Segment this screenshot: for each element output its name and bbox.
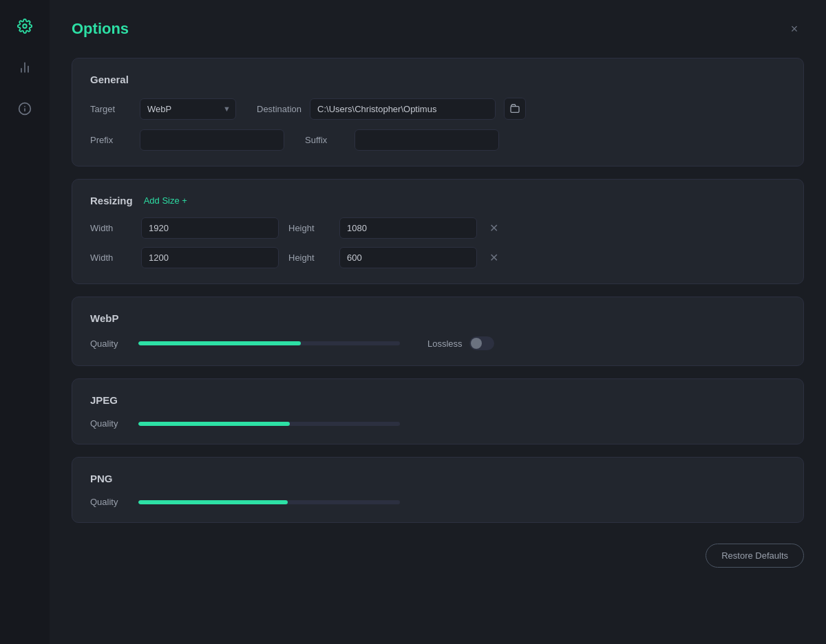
prefix-suffix-row: Prefix Suffix [90, 129, 785, 151]
general-fields: Target WebP JPEG PNG AVIF ▼ Destination [90, 98, 785, 151]
prefix-label: Prefix [90, 135, 131, 145]
folder-browse-button[interactable] [504, 98, 526, 120]
suffix-input[interactable] [354, 129, 499, 151]
sidebar [0, 0, 50, 644]
png-section: PNG Quality [72, 457, 804, 523]
general-section-title: General [90, 74, 785, 85]
add-size-button[interactable]: Add Size + [144, 195, 187, 206]
suffix-label: Suffix [305, 135, 346, 145]
resizing-header: Resizing Add Size + [90, 195, 785, 206]
target-field-group: Target WebP JPEG PNG AVIF ▼ [90, 98, 236, 120]
jpeg-quality-label: Quality [90, 418, 125, 429]
destination-input[interactable] [310, 98, 496, 120]
sidebar-chart-icon[interactable] [12, 55, 37, 80]
size-row-0: Width Height ✕ [90, 217, 785, 239]
webp-quality-label: Quality [90, 339, 125, 349]
target-dropdown-wrapper: WebP JPEG PNG AVIF ▼ [140, 98, 236, 120]
jpeg-section-title: JPEG [90, 394, 785, 406]
webp-section: WebP Quality Lossless [72, 297, 804, 366]
png-quality-slider-container [138, 500, 400, 504]
size-row-1: Width Height ✕ [90, 247, 785, 268]
width-label-0: Width [90, 223, 131, 233]
width-input-1[interactable] [141, 247, 279, 268]
main-content: Options × General Target WebP JPEG PNG A… [50, 0, 826, 644]
svg-point-0 [23, 24, 27, 28]
page-title: Options [72, 20, 129, 38]
height-input-0[interactable] [339, 217, 477, 239]
target-destination-row: Target WebP JPEG PNG AVIF ▼ Destination [90, 98, 785, 120]
png-quality-label: Quality [90, 497, 125, 507]
height-label-1: Height [288, 253, 330, 263]
header: Options × [72, 19, 804, 39]
remove-size-button-1[interactable]: ✕ [487, 251, 501, 264]
webp-lossless-knob [471, 338, 482, 349]
width-input-0[interactable] [141, 217, 279, 239]
svg-rect-7 [511, 107, 519, 113]
webp-lossless-label: Lossless [427, 339, 463, 349]
restore-defaults-button[interactable]: Restore Defaults [706, 544, 804, 568]
sidebar-info-icon[interactable] [12, 96, 37, 121]
target-select[interactable]: WebP JPEG PNG AVIF [140, 98, 236, 120]
remove-size-button-0[interactable]: ✕ [487, 222, 501, 235]
webp-lossless-toggle[interactable] [469, 336, 494, 350]
destination-field-group: Destination [257, 98, 526, 120]
close-button[interactable]: × [785, 19, 804, 39]
jpeg-section: JPEG Quality [72, 378, 804, 444]
destination-label: Destination [257, 104, 301, 114]
webp-lossless-wrapper: Lossless [427, 336, 494, 350]
prefix-input[interactable] [140, 129, 284, 151]
sidebar-gear-icon[interactable] [12, 14, 37, 39]
suffix-field-group: Suffix [305, 129, 499, 151]
resizing-section-title: Resizing [90, 195, 133, 206]
webp-section-title: WebP [90, 312, 785, 324]
webp-quality-slider-container [138, 341, 400, 345]
resizing-section: Resizing Add Size + Width Height ✕ Width… [72, 179, 804, 284]
webp-quality-row: Quality Lossless [90, 336, 785, 350]
height-input-1[interactable] [339, 247, 477, 268]
jpeg-quality-slider-container [138, 422, 400, 426]
general-section: General Target WebP JPEG PNG AVIF ▼ [72, 58, 804, 167]
target-label: Target [90, 104, 131, 114]
prefix-field-group: Prefix [90, 129, 284, 151]
height-label-0: Height [288, 223, 330, 233]
jpeg-quality-row: Quality [90, 418, 785, 429]
png-section-title: PNG [90, 473, 785, 484]
footer: Restore Defaults [72, 544, 804, 568]
width-label-1: Width [90, 253, 131, 263]
png-quality-row: Quality [90, 497, 785, 507]
